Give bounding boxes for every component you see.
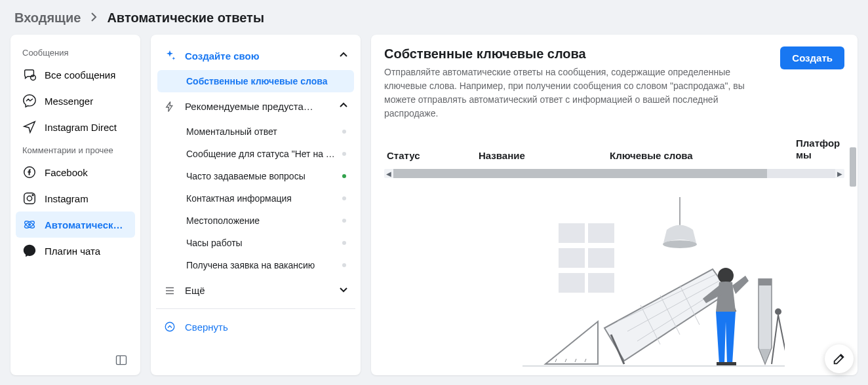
svg-point-9 bbox=[165, 322, 174, 331]
status-dot-off bbox=[342, 241, 346, 245]
collapse-sidebar-button[interactable] bbox=[114, 353, 128, 367]
messenger-icon bbox=[22, 94, 37, 108]
svg-point-7 bbox=[29, 224, 31, 226]
svg-rect-34 bbox=[759, 279, 772, 285]
sidebar-item-facebook[interactable]: Facebook bbox=[16, 159, 135, 185]
create-button[interactable]: Создать bbox=[780, 46, 844, 69]
accordion-label: Рекомендуемые предуста… bbox=[185, 101, 330, 112]
accordion-label: Ещё bbox=[185, 285, 330, 296]
sidebar-item-label: Автоматическ… bbox=[45, 219, 123, 230]
scroll-right-arrow[interactable]: ▶ bbox=[835, 169, 844, 178]
sidebar-item-chat-plugin[interactable]: Плагин чата bbox=[16, 238, 135, 264]
breadcrumb: Входящие Автоматические ответы bbox=[0, 0, 868, 35]
main-panel: Собственные ключевые слова Отправляйте а… bbox=[371, 35, 858, 375]
automation-table: Статус Название Ключевые слова Платформы… bbox=[384, 134, 844, 367]
sub-item-location[interactable]: Местоположение bbox=[157, 210, 354, 232]
sub-item-job-application[interactable]: Получена заявка на вакансию bbox=[157, 254, 354, 276]
menu-icon bbox=[163, 285, 177, 297]
sidebar-item-label: Все сообщения bbox=[45, 69, 115, 81]
sidebar-item-all-messages[interactable]: Все сообщения bbox=[16, 62, 135, 88]
sidebar-item-label: Facebook bbox=[45, 167, 88, 178]
svg-rect-8 bbox=[117, 356, 127, 364]
sub-item-custom-keywords[interactable]: Собственные ключевые слова bbox=[157, 70, 354, 92]
paper-plane-icon bbox=[22, 120, 37, 134]
chat-filled-icon bbox=[22, 244, 37, 258]
svg-point-4 bbox=[32, 194, 33, 196]
left-sidebar: Сообщения Все сообщения Messenger Instag… bbox=[10, 35, 140, 375]
atom-icon bbox=[22, 217, 37, 232]
chevron-up-icon bbox=[338, 50, 349, 62]
accordion-create-your-own[interactable]: Создайте свою bbox=[156, 41, 355, 70]
section-label-comments: Комментарии и прочее bbox=[16, 140, 135, 159]
sidebar-item-messenger[interactable]: Messenger bbox=[16, 88, 135, 114]
svg-rect-14 bbox=[559, 248, 585, 268]
svg-point-37 bbox=[776, 309, 781, 314]
svg-point-3 bbox=[27, 196, 31, 200]
status-dot-off bbox=[342, 219, 346, 223]
svg-line-30 bbox=[575, 359, 576, 362]
sidebar-item-instagram[interactable]: Instagram bbox=[16, 185, 135, 211]
sub-item-label: Часы работы bbox=[186, 238, 336, 248]
breadcrumb-parent[interactable]: Входящие bbox=[14, 10, 81, 26]
lightning-icon bbox=[163, 101, 177, 113]
facebook-icon bbox=[22, 165, 37, 179]
main-title: Собственные ключевые слова bbox=[384, 46, 770, 62]
svg-rect-13 bbox=[588, 223, 614, 243]
status-dot-on bbox=[342, 174, 346, 178]
svg-line-35 bbox=[778, 315, 785, 364]
svg-line-31 bbox=[585, 359, 586, 362]
column-header-name: Название bbox=[479, 150, 610, 161]
svg-rect-16 bbox=[559, 273, 585, 293]
sub-item-label: Собственные ключевые слова bbox=[186, 76, 346, 86]
table-header-row: Статус Название Ключевые слова Платформы bbox=[384, 134, 844, 169]
vscroll-thumb[interactable] bbox=[850, 147, 856, 187]
sidebar-item-label: Плагин чата bbox=[45, 246, 100, 257]
sub-item-contact-info[interactable]: Контактная информация bbox=[157, 187, 354, 210]
accordion-recommended-presets[interactable]: Рекомендуемые предуста… bbox=[156, 92, 355, 120]
svg-marker-18 bbox=[604, 269, 729, 361]
sidebar-item-label: Instagram bbox=[45, 193, 89, 204]
sidebar-item-label: Instagram Direct bbox=[45, 122, 117, 133]
edit-fab-button[interactable] bbox=[825, 344, 854, 373]
sidebar-item-automated-responses[interactable]: Автоматическ… bbox=[16, 211, 135, 238]
svg-rect-15 bbox=[588, 248, 614, 268]
column-header-platforms: Платформы bbox=[796, 138, 842, 161]
empty-state-illustration bbox=[384, 178, 844, 367]
main-description: Отправляйте автоматические ответы на соо… bbox=[384, 65, 770, 120]
sub-item-label: Контактная информация bbox=[186, 193, 336, 204]
instagram-icon bbox=[22, 191, 37, 206]
sub-item-hours[interactable]: Часы работы bbox=[157, 232, 354, 254]
collapse-all-button[interactable]: Свернуть bbox=[156, 313, 355, 340]
automation-list-panel: Создайте свою Собственные ключевые слова… bbox=[151, 35, 361, 375]
sub-item-label: Местоположение bbox=[186, 215, 336, 226]
sub-item-label: Моментальный ответ bbox=[186, 126, 336, 137]
divider bbox=[156, 308, 355, 309]
sub-item-faq[interactable]: Часто задаваемые вопросы bbox=[157, 165, 354, 187]
sub-item-label: Получена заявка на вакансию bbox=[186, 260, 336, 270]
chevron-up-icon bbox=[338, 100, 349, 113]
status-dot-off bbox=[342, 196, 346, 200]
svg-point-11 bbox=[663, 240, 697, 248]
vertical-scrollbar[interactable] bbox=[850, 147, 856, 367]
chat-bubbles-icon bbox=[22, 67, 37, 82]
collapse-icon bbox=[163, 321, 177, 333]
svg-marker-27 bbox=[545, 321, 598, 364]
accordion-more[interactable]: Ещё bbox=[156, 276, 355, 304]
sidebar-item-instagram-direct[interactable]: Instagram Direct bbox=[16, 114, 135, 140]
accordion-label: Создайте свою bbox=[185, 50, 330, 62]
sparkle-icon bbox=[163, 49, 177, 62]
breadcrumb-current: Автоматические ответы bbox=[107, 10, 264, 26]
column-header-keywords: Ключевые слова bbox=[610, 150, 796, 161]
chevron-down-icon bbox=[338, 284, 349, 297]
status-dot-off bbox=[342, 130, 346, 134]
sub-item-away-message[interactable]: Сообщение для статуса "Нет на ме… bbox=[157, 143, 354, 165]
scroll-thumb[interactable] bbox=[393, 169, 767, 178]
status-dot-off bbox=[342, 152, 346, 156]
sidebar-item-label: Messenger bbox=[45, 96, 93, 107]
section-label-messages: Сообщения bbox=[16, 43, 135, 62]
horizontal-scrollbar[interactable]: ◀ ▶ bbox=[384, 169, 844, 178]
scroll-left-arrow[interactable]: ◀ bbox=[384, 169, 393, 178]
svg-line-28 bbox=[555, 359, 557, 362]
collapse-label: Свернуть bbox=[185, 321, 349, 333]
sub-item-instant-reply[interactable]: Моментальный ответ bbox=[157, 120, 354, 143]
